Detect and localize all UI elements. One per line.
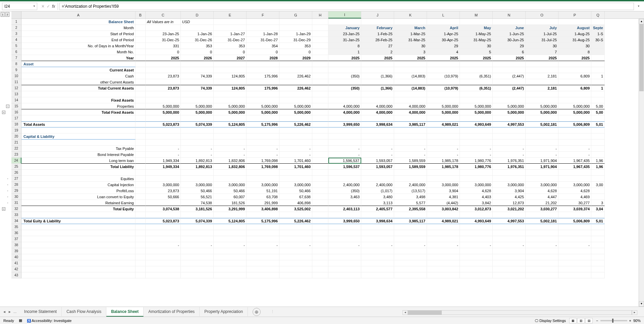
cell[interactable] (21, 260, 136, 266)
cell-L6[interactable]: 4 (427, 49, 460, 55)
cell-F22[interactable]: - (247, 146, 279, 152)
cell-E28[interactable]: 3,000,000 (214, 182, 247, 188)
cell-L23[interactable]: - (427, 152, 460, 158)
cell-K35[interactable] (394, 224, 427, 230)
total-assets-D[interactable]: 5,074,339 (181, 121, 214, 127)
formula-expand-icon[interactable]: ▼ (635, 5, 642, 8)
cell-O39[interactable] (526, 248, 558, 254)
cell-K12[interactable]: (14,883) (394, 85, 427, 91)
cell[interactable] (136, 109, 146, 115)
cell-O24[interactable]: 1,971,904 (526, 158, 558, 164)
cell-M35[interactable] (460, 224, 493, 230)
cell[interactable] (394, 133, 427, 140)
cell[interactable] (21, 115, 136, 121)
cell[interactable] (591, 170, 605, 176)
cell-E30[interactable]: 60,007 (214, 194, 247, 200)
cell-D41[interactable] (181, 260, 214, 266)
scroll-right-icon[interactable]: ► (632, 310, 637, 315)
total-assets-I[interactable]: 3,999,650 (328, 121, 361, 127)
cell[interactable] (460, 140, 493, 146)
row-header-33[interactable]: 33 (11, 212, 21, 218)
cell[interactable] (247, 19, 279, 25)
cell-O29[interactable]: 4,628 (526, 188, 558, 194)
cell[interactable] (591, 133, 605, 140)
cell-K22[interactable]: - (394, 146, 427, 152)
cell-N38[interactable]: - (493, 242, 526, 248)
cell-O35[interactable] (526, 224, 558, 230)
cell-J38[interactable]: - (361, 242, 394, 248)
total-assets-N[interactable]: 4,997,553 (493, 121, 526, 127)
cell[interactable] (136, 266, 146, 272)
cell-H42[interactable] (312, 266, 328, 272)
cell-C22[interactable]: - (146, 146, 181, 152)
cell[interactable] (427, 127, 460, 133)
label-year[interactable]: Year (21, 55, 136, 61)
cell-P39[interactable] (558, 248, 591, 254)
tab-more-icon[interactable]: … (13, 310, 17, 314)
cell-K36[interactable] (394, 230, 427, 236)
cell-L22[interactable]: - (427, 146, 460, 152)
cell-D31[interactable]: 74,538 (181, 200, 214, 206)
year-D[interactable]: 2026 (181, 55, 214, 61)
cell[interactable] (136, 152, 146, 158)
cell-M11[interactable] (460, 79, 493, 85)
column-header-Q[interactable]: Q (591, 11, 605, 18)
cell-O25[interactable]: 1,971,904 (526, 164, 558, 170)
month-header-E[interactable] (214, 25, 247, 31)
formula-input[interactable]: ='Amortization of Properties'!I59 (59, 3, 634, 10)
cell-Q35[interactable] (591, 224, 605, 230)
column-header-C[interactable]: C (146, 11, 181, 18)
cell-Q40[interactable] (591, 254, 605, 260)
cell-D6[interactable]: 0 (181, 49, 214, 55)
cell[interactable] (394, 97, 427, 103)
cell[interactable] (136, 133, 146, 140)
cell-J41[interactable] (361, 260, 394, 266)
cell-J10[interactable]: (1,366) (361, 73, 394, 79)
cell-G25[interactable]: 1,701,460 (279, 164, 312, 170)
column-header-H[interactable]: H (312, 11, 328, 18)
cell-P16[interactable]: 5,000,000 (558, 109, 591, 115)
cell[interactable] (136, 25, 146, 31)
month-header-F[interactable] (247, 25, 279, 31)
cell[interactable] (214, 115, 247, 121)
fx-icon[interactable]: fx (52, 4, 55, 9)
cell-D30[interactable]: 56,521 (181, 194, 214, 200)
cell[interactable] (136, 194, 146, 200)
cell[interactable] (328, 67, 361, 73)
row-header-14[interactable]: 14 (11, 97, 21, 103)
cell-Q39[interactable] (591, 248, 605, 254)
cell-D5[interactable]: 353 (181, 43, 214, 49)
row-header-41[interactable]: 41 (11, 260, 21, 266)
cell-K28[interactable]: 2,400,000 (394, 182, 427, 188)
cell-K24[interactable]: 1,589,559 (394, 158, 427, 164)
month-header-K[interactable]: March (394, 25, 427, 31)
cell-M15[interactable]: 5,000,000 (460, 103, 493, 109)
cell[interactable] (591, 97, 605, 103)
cell[interactable] (146, 61, 181, 67)
cell-Q25[interactable]: 1,96 (591, 164, 605, 170)
cell-L27[interactable] (427, 176, 460, 182)
cell[interactable] (361, 19, 394, 25)
cell[interactable] (136, 176, 146, 182)
row-label-15[interactable]: Properties (21, 103, 136, 109)
row-header-42[interactable]: 42 (11, 266, 21, 272)
cell[interactable] (558, 91, 591, 97)
label-total-equity-liability[interactable]: Total Euity & Liability (21, 218, 136, 224)
cell[interactable] (136, 115, 146, 121)
cell-H6[interactable] (312, 49, 328, 55)
row-label-16[interactable]: Total Fixed Assets (21, 109, 136, 115)
row-header-27[interactable]: 27 (11, 176, 21, 182)
cell[interactable] (558, 19, 591, 25)
row-header-37[interactable]: 37 (11, 236, 21, 242)
cell[interactable] (394, 91, 427, 97)
cell-H11[interactable] (312, 79, 328, 85)
cell-K42[interactable] (394, 266, 427, 272)
total-el-G[interactable]: 5,226,462 (279, 218, 312, 224)
cell-G39[interactable] (279, 248, 312, 254)
column-header-D[interactable]: D (181, 11, 214, 18)
cell-P27[interactable] (558, 176, 591, 182)
cell-M39[interactable] (460, 248, 493, 254)
row-header-7[interactable]: 7 (11, 55, 21, 61)
cell-J6[interactable]: 2 (361, 49, 394, 55)
column-header-I[interactable]: I (328, 11, 361, 18)
